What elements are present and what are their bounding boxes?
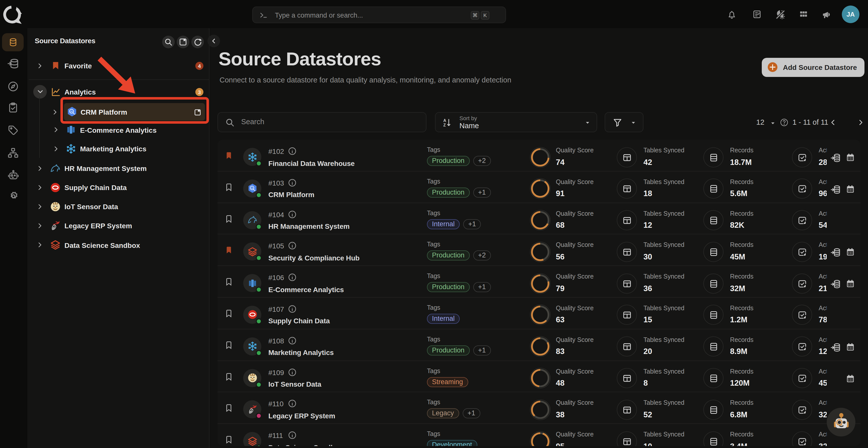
svg-text:A: A [443, 118, 446, 123]
svg-text:Z: Z [443, 123, 445, 127]
